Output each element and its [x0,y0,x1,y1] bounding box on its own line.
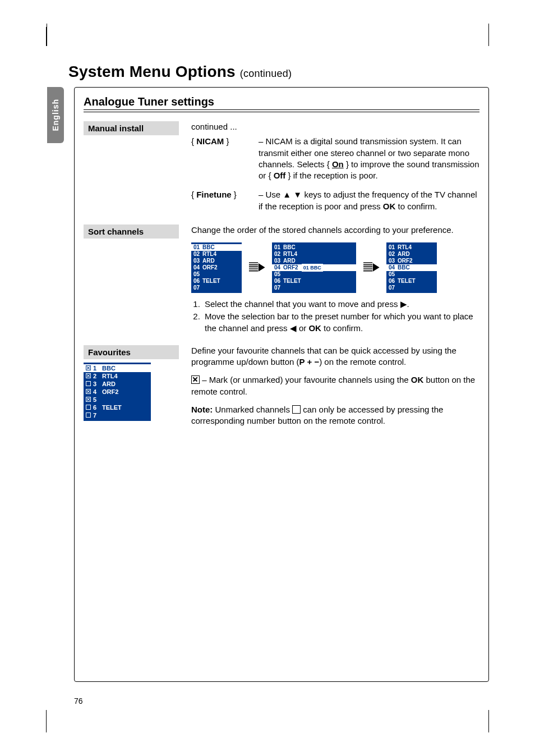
nicam-desc-post: } if the reception is poor. [285,171,377,180]
fav-note: Note: Unmarked channels can only be acce… [191,404,479,427]
label-favourites: Favourites [84,345,179,359]
channel-row: 01BBC [274,244,354,251]
channel-row: 06TELET [193,278,239,285]
double-rule [84,109,479,112]
fav-intro-bold: P + − [299,357,320,366]
favourite-row: 6TELET [86,404,149,411]
checked-box-icon [86,365,91,370]
channel-row: 07 [389,285,435,291]
sort-intro: Change the order of the stored channels … [191,224,479,236]
favourite-row: 1BBC [84,364,151,372]
title-main: System Menu Options [68,63,236,80]
option-finetune: { Finetune } – Use ▲ ▼ keys to adjust th… [191,189,479,212]
channel-row: 05 [193,271,239,278]
sort-step2-ok: OK [308,323,321,333]
empty-box-icon [86,405,91,410]
arrow-icon: 𝍤▶ [248,261,265,274]
channel-row: 04ORF201 BBC [272,264,356,271]
empty-box-icon [86,381,91,386]
channel-list-box-2: 01BBC02RTL403ARD04ORF201 BBC0506TELET07 [272,242,356,293]
checked-box-icon [86,389,91,394]
nicam-key: NICAM [196,136,224,146]
channel-row: 05 [389,271,435,278]
section-heading: Analogue Tuner settings [84,95,479,108]
sort-step-2: Move the selection bar to the preset num… [202,311,479,334]
finetune-desc-post: to confirm. [395,201,437,211]
favourite-row: 3ARD [86,380,149,388]
channel-row: 07 [274,285,354,291]
sort-diagram: 01BBC02RTL403ARD04ORF20506TELET07 𝍤▶ 01B… [191,242,479,293]
channel-row: 05 [274,271,354,278]
content-frame: Analogue Tuner settings Manual install c… [74,87,489,682]
channel-row: 06TELET [389,278,435,285]
checked-box-icon [86,373,91,378]
checked-box-icon [86,397,91,402]
favourite-row: 5 [86,396,149,404]
page-title: System Menu Options (continued) [68,63,292,81]
channel-row: 02RTL4 [193,251,239,258]
arrow-icon: 𝍤▶ [363,261,380,274]
nicam-off: Off [274,171,286,180]
favourite-row: 2RTL4 [86,372,149,380]
channel-row: 06TELET [274,278,354,285]
crop-mark-top-left [46,27,59,46]
channel-row: 03ORF2 [389,258,435,264]
sort-steps: Select the channel that you want to move… [191,299,479,334]
option-nicam: { NICAM } – NICAM is a digital sound tra… [191,136,479,181]
sort-step2-post: to confirm. [321,323,363,333]
sort-step-1: Select the channel that you want to move… [202,299,479,310]
language-side-tab: English [47,87,64,143]
finetune-desc-pre: – Use ▲ ▼ keys to adjust the frequency o… [259,190,477,210]
fav-note-bold: Note: [191,405,213,414]
channel-row: 01RTL4 [389,244,435,251]
channel-row: 02RTL4 [274,251,354,258]
checked-box-icon [191,375,200,384]
channel-row: 04BBC [386,264,437,271]
fav-mark-line: – Mark (or unmarked) your favourite chan… [191,374,479,397]
moving-channel-tag: 01 BBC [302,264,323,272]
page: English System Menu Options (continued) … [0,0,535,756]
channel-list-box-3: 01RTL402ARD03ORF204BBC0506TELET07 [386,242,437,293]
channel-row: 03ARD [193,258,239,264]
nicam-on: On [332,159,344,169]
finetune-ok: OK [383,201,396,211]
finetune-key: Finetune [196,190,232,199]
fav-intro: Define your favourite channels that can … [191,345,479,368]
fav-note-pre: Unmarked channels [213,405,292,414]
crop-mark-top-right [477,27,489,46]
fav-mark-pre: – Mark (or unmarked) your favourite chan… [200,375,411,384]
finetune-description: – Use ▲ ▼ keys to adjust the frequency o… [259,189,479,212]
nicam-description: – NICAM is a digital sound transmission … [259,136,479,181]
label-sort-channels: Sort channels [84,224,179,239]
row-manual-install: Manual install continued ... { NICAM } –… [84,121,479,212]
label-manual-install: Manual install [84,121,179,135]
language-label: English [51,99,60,131]
title-continued: (continued) [240,68,292,79]
channel-row: 01BBC [191,244,242,251]
empty-box-icon [86,413,91,418]
channel-list-box-1: 01BBC02RTL403ARD04ORF20506TELET07 [191,242,242,293]
favourite-row: 4ORF2 [86,388,149,396]
continued-text: continued ... [191,121,479,132]
row-sort-channels: Sort channels Change the order of the st… [84,224,479,335]
fav-mark-ok: OK [411,375,424,384]
channel-row: 02ARD [389,251,435,258]
row-favourites: Favourites 1BBC2RTL43ARD4ORF256TELET7 De… [84,345,479,427]
favourite-row: 7 [86,411,149,419]
favourites-list-box: 1BBC2RTL43ARD4ORF256TELET7 [84,363,151,421]
page-number: 76 [74,697,83,705]
fav-intro-post: ) on the remote control. [319,357,406,366]
channel-row: 07 [193,285,239,291]
empty-box-icon [292,405,301,414]
channel-row: 04ORF2 [193,264,239,271]
